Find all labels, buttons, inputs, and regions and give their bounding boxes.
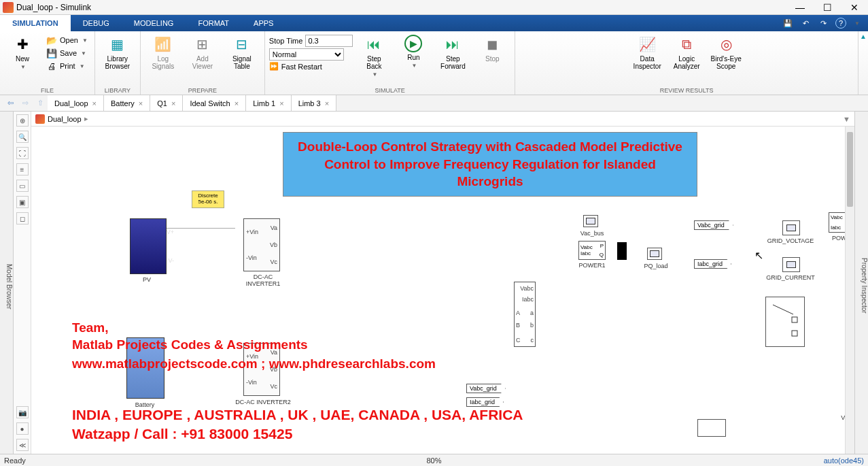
nav-forward-icon[interactable]: ⇨ (18, 95, 33, 111)
model-tab-dual-loop[interactable]: Dual_loop× (48, 95, 104, 111)
title-annotation[interactable]: Double-Loop Control Strategy with Cascad… (283, 132, 697, 197)
sim-mode-select[interactable]: Normal (269, 48, 344, 61)
bus-measure-block[interactable]: Vabc Iabc a b c A B C (514, 282, 536, 347)
new-button[interactable]: ✚ New ▼ (4, 33, 41, 72)
iabc-grid-from2[interactable]: Iabc_grid (466, 397, 504, 407)
step-forward-icon: ⏭ (443, 35, 462, 54)
inverter1-label: DC-AC INVERTER1 (232, 273, 294, 287)
maximize-button[interactable]: ☐ (814, 0, 841, 15)
undo-icon[interactable]: ↶ (800, 18, 811, 29)
tab-modeling[interactable]: MODELING (122, 15, 186, 31)
nav-up-icon[interactable]: ⇧ (33, 95, 48, 111)
terminator-block[interactable] (617, 242, 627, 260)
log-signals-button[interactable]: 📶 Log Signals (145, 33, 181, 72)
area-icon[interactable]: ▭ (16, 180, 29, 192)
stoptime-input[interactable] (305, 35, 353, 47)
close-tab-icon[interactable]: × (171, 99, 175, 107)
library-icon: ▦ (108, 35, 127, 54)
vabc-grid-from[interactable]: Vabc_grid (694, 220, 733, 230)
help-icon[interactable]: ? (835, 18, 846, 29)
model-tab-limb1[interactable]: Limb 1× (246, 95, 291, 111)
vertical-scrollbar[interactable] (845, 127, 854, 454)
grid-voltage-label: GRID_VOLTAGE (760, 237, 821, 244)
model-tab-ideal-switch[interactable]: Ideal Switch× (183, 95, 246, 111)
open-button[interactable]: 📂Open▼ (44, 34, 90, 46)
print-button[interactable]: 🖨Print▼ (44, 60, 90, 72)
property-inspector-panel[interactable]: Property Inspector (854, 112, 868, 454)
close-tab-icon[interactable]: × (139, 99, 143, 107)
model-tab-q1[interactable]: Q1× (150, 95, 183, 111)
inverter1-block[interactable]: +Vin -Vin Va Vb Vc (243, 218, 280, 271)
qat-dropdown-icon[interactable]: ▼ (854, 20, 860, 27)
save-button[interactable]: 💾Save▼ (44, 47, 90, 59)
model-tab-limb3[interactable]: Limb 3× (292, 95, 336, 111)
tab-simulation[interactable]: SIMULATION (0, 15, 71, 31)
svg-rect-1 (792, 317, 797, 322)
minimize-button[interactable]: — (786, 0, 814, 15)
grid-current-scope[interactable] (782, 257, 800, 272)
logic-analyzer-button[interactable]: ⧉ Logic Analyzer (668, 33, 705, 72)
more-icon[interactable]: ≪ (16, 439, 29, 451)
step-back-button[interactable]: ⏮ Step Back▼ (355, 33, 392, 80)
add-viewer-button[interactable]: ⊞ Add Viewer (184, 33, 221, 72)
power1-block[interactable]: Vabc Iabc P Q (578, 241, 606, 260)
ribbon: ✚ New ▼ 📂Open▼ 💾Save▼ 🖨Print▼ FILE ▦ Lib… (0, 31, 868, 95)
save-icon: 💾 (46, 48, 57, 59)
mask-icon[interactable]: ◻ (16, 212, 29, 224)
model-browser-panel[interactable]: Model Browser (0, 112, 14, 454)
vac-bus-scope[interactable] (583, 215, 598, 227)
signal-icon: 📶 (154, 35, 173, 54)
close-button[interactable]: ✕ (841, 0, 868, 15)
image-icon[interactable]: ▣ (16, 196, 29, 208)
model-tab-battery[interactable]: Battery× (104, 95, 150, 111)
iabc-grid-from[interactable]: Iabc_grid (694, 259, 731, 269)
data-inspector-button[interactable]: 📈 Data Inspector (629, 33, 665, 72)
fast-restart-button[interactable]: ⏩Fast Restart (269, 62, 353, 71)
zoom-fit-icon[interactable]: ⊕ (16, 114, 29, 127)
zoom-icon[interactable]: 🔍 (16, 131, 29, 143)
stop-button[interactable]: ◼ Stop (474, 33, 510, 65)
library-browser-button[interactable]: ▦ Library Browser (99, 33, 136, 72)
tab-apps[interactable]: APPS (241, 15, 285, 31)
step-forward-button[interactable]: ⏭ Step Forward (434, 33, 471, 72)
mouse-cursor-icon: ↖ (754, 249, 763, 262)
status-bar: Ready 80% auto(ode45) (0, 454, 868, 466)
breaker-block[interactable] (765, 297, 805, 347)
powergui-block[interactable]: Discrete 5e-06 s. (192, 190, 224, 208)
save-icon[interactable]: 💾 (782, 18, 793, 29)
tab-debug[interactable]: DEBUG (71, 15, 122, 31)
status-zoom[interactable]: 80% (426, 456, 441, 465)
pv-block[interactable]: V+ V- (130, 218, 167, 274)
partial-block[interactable] (697, 419, 726, 437)
signal-table-button[interactable]: ⊟ Signal Table (224, 33, 260, 72)
vabc-grid-from2[interactable]: Vabc_grid (466, 384, 506, 393)
tab-format[interactable]: FORMAT (186, 15, 241, 31)
grid-voltage-scope[interactable] (782, 220, 800, 235)
ribbon-collapse-icon[interactable]: ▲ (858, 31, 868, 95)
record-icon[interactable]: ● (16, 422, 29, 435)
model-canvas[interactable]: Double-Loop Control Strategy with Cascad… (31, 127, 854, 454)
status-solver[interactable]: auto(ode45) (824, 456, 864, 465)
nav-back-icon[interactable]: ⇦ (3, 95, 18, 111)
pq-load-scope[interactable] (647, 248, 662, 260)
window-titlebar: Dual_loop - Simulink — ☐ ✕ (0, 0, 868, 15)
new-icon: ✚ (13, 35, 32, 54)
annotation-icon[interactable]: ≡ (16, 163, 29, 176)
close-tab-icon[interactable]: × (92, 99, 97, 107)
breadcrumb-root[interactable]: Dual_loop (48, 115, 82, 123)
birds-eye-icon: ◎ (716, 35, 735, 54)
canvas-palette: ⊕ 🔍 ⛶ ≡ ▭ ▣ ◻ 📷 ● ≪ (14, 112, 31, 454)
logic-analyzer-icon: ⧉ (677, 35, 696, 54)
close-tab-icon[interactable]: × (279, 99, 283, 107)
redo-icon[interactable]: ↷ (818, 18, 829, 29)
breadcrumb: Dual_loop ▸ ▼ (31, 112, 854, 127)
power1-label: POWER1 (561, 262, 623, 269)
close-tab-icon[interactable]: × (235, 99, 239, 107)
fit-to-view-icon[interactable]: ⛶ (16, 147, 29, 159)
close-tab-icon[interactable]: × (325, 99, 329, 107)
screenshot-icon[interactable]: 📷 (16, 406, 29, 418)
birds-eye-button[interactable]: ◎ Bird's-Eye Scope (708, 33, 744, 72)
breadcrumb-dropdown-icon[interactable]: ▼ (843, 115, 850, 123)
run-button[interactable]: ▶ Run▼ (395, 33, 432, 71)
step-back-icon: ⏮ (364, 35, 383, 54)
